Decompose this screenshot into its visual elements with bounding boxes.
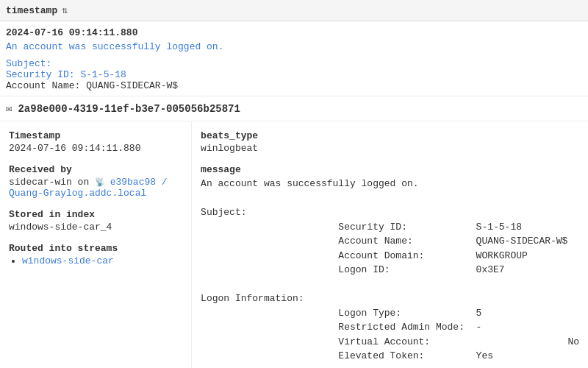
beats-type-value: winlogbeat [201,143,579,154]
message-summary: An account was successfully logged on. [6,41,582,52]
message-field: message An account was successfully logg… [201,164,579,364]
streams-field: Routed into streams windows-side-car [9,243,182,266]
account-name-line: Account Name: QUANG-SIDECAR-W$ [6,80,178,91]
received-by-value: sidecar-win on 📡 e39bac98 / Quang-Graylo… [9,177,182,199]
beats-type-label: beats_type [201,130,579,141]
timestamp-column-label: timestamp [6,5,57,16]
timestamp-field-value: 2024-07-16 09:14:11.880 [9,143,182,154]
received-by-label: Received by [9,164,182,175]
stored-in-label: Stored in index [9,209,182,220]
node-icon: 📡 [95,178,110,187]
message-label: message [201,164,579,175]
sort-icon[interactable]: ⇅ [62,4,68,16]
received-by-prefix: sidecar-win on [9,177,89,188]
left-panel: Timestamp 2024-07-16 09:14:11.880 Receiv… [0,121,192,368]
stored-in-value: windows-side-car_4 [9,222,182,233]
beats-type-field: beats_type winlogbeat [201,130,579,154]
stream-link[interactable]: windows-side-car [22,255,114,266]
envelope-icon: ✉ [6,102,12,115]
timestamp-field-label: Timestamp [9,130,182,141]
subject-label: Subject: Security ID: S-1-5-18 Account N… [6,58,582,91]
header-bar: timestamp ⇅ [0,0,588,21]
message-body: An account was successfully logged on. S… [201,177,579,364]
security-id-line: Security ID: S-1-5-18 [6,69,126,80]
message-id: 2a98e000-4319-11ef-b3e7-005056b25871 [18,103,240,115]
detail-grid: Timestamp 2024-07-16 09:14:11.880 Receiv… [0,121,588,368]
timestamp-field: Timestamp 2024-07-16 09:14:11.880 [9,130,182,154]
stream-list: windows-side-car [9,255,182,266]
list-item: windows-side-car [22,255,182,266]
message-datetime: 2024-07-16 09:14:11.880 [6,27,582,38]
message-id-bar: ✉ 2a98e000-4319-11ef-b3e7-005056b25871 [0,96,588,121]
received-by-field: Received by sidecar-win on 📡 e39bac98 / … [9,164,182,199]
stored-in-field: Stored in index windows-side-car_4 [9,209,182,233]
message-header: 2024-07-16 09:14:11.880 An account was s… [0,21,588,96]
right-panel: beats_type winlogbeat message An account… [192,121,588,368]
streams-label: Routed into streams [9,243,182,254]
